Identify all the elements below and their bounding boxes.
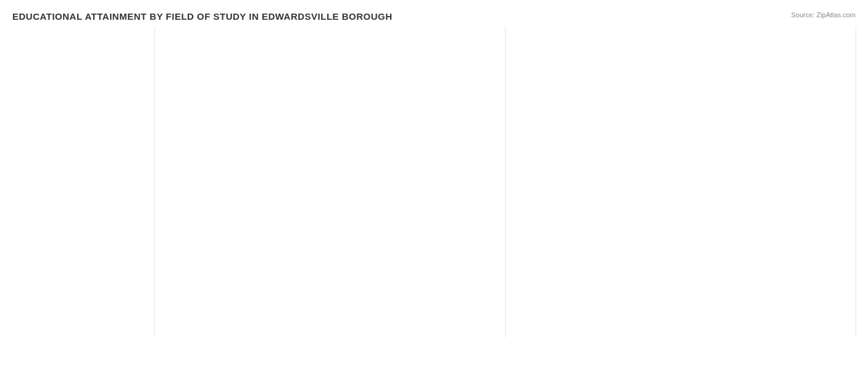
grid-line (856, 27, 856, 337)
grid-line (505, 27, 506, 337)
bars-section (12, 27, 856, 337)
chart-container: EDUCATIONAL ATTAINMENT BY FIELD OF STUDY… (0, 0, 868, 390)
chart-area (12, 27, 856, 350)
grid-lines (154, 27, 856, 337)
grid-line (154, 27, 155, 337)
source-text: Source: ZipAtlas.com (791, 11, 856, 19)
x-axis (154, 337, 856, 350)
chart-title: EDUCATIONAL ATTAINMENT BY FIELD OF STUDY… (12, 11, 856, 22)
